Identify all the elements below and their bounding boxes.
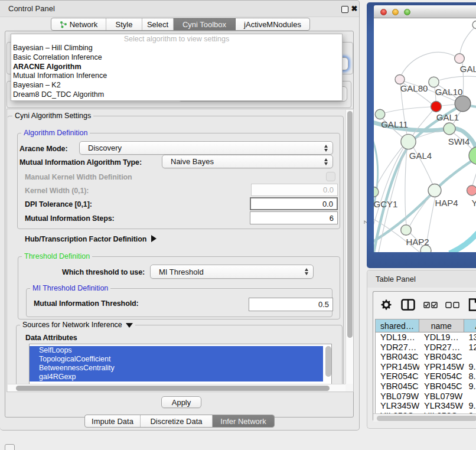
bottom-tab-infer-network[interactable]: Infer Network bbox=[213, 415, 274, 427]
tab-cyni-toolbox[interactable]: Cyni Toolbox bbox=[174, 18, 236, 30]
float-window-icon[interactable] bbox=[341, 6, 348, 13]
table-row[interactable]: YBR043CYBR043C bbox=[376, 352, 476, 362]
dpi-tolerance-label: DPI Tolerance [0,1]: bbox=[25, 200, 92, 208]
table-row[interactable]: YBR045CYBR045C9. bbox=[376, 381, 476, 392]
control-panel-titlebar[interactable]: Control Panel ✖ bbox=[0, 1, 359, 17]
dpi-tolerance-field[interactable]: 0.0 bbox=[250, 197, 338, 210]
close-icon[interactable]: ✖ bbox=[350, 4, 358, 14]
bottom-tab-impute-data[interactable]: Impute Data bbox=[85, 415, 141, 427]
network-edge[interactable] bbox=[439, 76, 476, 80]
algorithm-option[interactable]: Mutual Information Inference bbox=[11, 71, 342, 81]
column-header[interactable]: A bbox=[464, 319, 476, 332]
horizontal-scrollbar-thumb[interactable] bbox=[16, 386, 330, 391]
combo-arrows-icon bbox=[324, 158, 328, 166]
apply-button[interactable]: Apply bbox=[161, 396, 201, 408]
algorithm-option[interactable]: Bayesian – Hill Climbing bbox=[11, 44, 342, 53]
table-row[interactable]: YDL19…YDL19…13 bbox=[376, 332, 476, 343]
tab-style[interactable]: Style bbox=[106, 18, 142, 30]
network-node-gal11[interactable] bbox=[375, 109, 385, 119]
deselect-all-checkboxes-icon[interactable] bbox=[445, 302, 460, 308]
kernel-width-field[interactable]: 0.0 bbox=[251, 184, 338, 196]
column-header[interactable]: name bbox=[419, 319, 464, 332]
close-window-icon[interactable] bbox=[380, 9, 387, 15]
table-panel-window: Table Panel bbox=[367, 270, 476, 429]
table-cell: YDL19… bbox=[419, 332, 464, 343]
table-hscrollbar-thumb[interactable] bbox=[377, 416, 476, 421]
table-cell: YBR043C bbox=[419, 352, 464, 362]
new-file-icon[interactable] bbox=[468, 298, 476, 311]
network-node-gal10[interactable] bbox=[429, 77, 439, 87]
table-row[interactable]: YDR27…YDR27…12 bbox=[376, 343, 476, 353]
network-edge[interactable] bbox=[385, 107, 431, 113]
mi-type-combobox[interactable]: Naive Bayes bbox=[162, 155, 333, 168]
tab-select[interactable]: Select bbox=[142, 18, 174, 30]
network-edge[interactable] bbox=[460, 28, 474, 53]
network-edge[interactable] bbox=[441, 105, 455, 106]
split-view-icon[interactable] bbox=[401, 299, 415, 311]
hidden-panel-icon[interactable] bbox=[5, 444, 15, 450]
table-row[interactable]: YBL079WYBL079W bbox=[376, 392, 476, 402]
vertical-scrollbar-thumb[interactable] bbox=[347, 111, 353, 338]
node-table[interactable]: shared…nameA YDL19…YDL19…13YDR27…YDR27…1… bbox=[375, 319, 476, 415]
horizontal-scrollbar-track[interactable] bbox=[8, 384, 345, 392]
tab-label: Style bbox=[116, 20, 133, 29]
select-all-checkboxes-icon[interactable] bbox=[423, 302, 438, 308]
tab-label: jActiveMNodules bbox=[244, 20, 301, 29]
control-panel-title: Control Panel bbox=[8, 1, 55, 17]
network-window-titlebar[interactable] bbox=[374, 5, 476, 18]
bottom-tab-bar: Impute DataDiscretize DataInfer Network bbox=[84, 415, 275, 428]
network-node-gal4[interactable] bbox=[401, 134, 416, 149]
gear-icon[interactable] bbox=[381, 299, 392, 310]
table-row[interactable]: YPR145WYPR145W9. bbox=[376, 362, 476, 372]
algorithm-option[interactable]: Dream8 DC_TDC Algorithm bbox=[11, 90, 342, 100]
table-cell: YBL079W bbox=[376, 392, 419, 402]
table-row[interactable]: YLR345WYLR345W9. bbox=[376, 401, 476, 411]
network-canvas[interactable]: GAL2GAL80GAL10GAL1GAL11SWI4GAL4GCY1HAP4Y… bbox=[374, 18, 476, 252]
attribute-item[interactable]: BetweennessCentrality bbox=[30, 364, 323, 373]
algorithm-option[interactable]: Basic Correlation Inference bbox=[11, 53, 342, 63]
sources-expander[interactable]: Sources for Network Inference bbox=[20, 321, 135, 329]
network-node-gal2[interactable] bbox=[455, 54, 465, 64]
attribute-item[interactable]: TopologicalCoefficient bbox=[30, 355, 323, 364]
minimize-window-icon[interactable] bbox=[392, 9, 399, 15]
expander-arrow-icon bbox=[151, 235, 157, 242]
network-node-gcy1[interactable] bbox=[374, 187, 379, 197]
network-edge[interactable] bbox=[449, 229, 476, 252]
network-node-swi4[interactable] bbox=[444, 123, 455, 135]
list-scrollbar-thumb[interactable] bbox=[325, 346, 331, 377]
mi-type-value: Naive Bayes bbox=[162, 157, 214, 166]
table-row[interactable]: YER054CYER054C8. bbox=[376, 371, 476, 381]
control-panel-tab-bar: NetworkStyleSelectCyni ToolboxjActiveMNo… bbox=[51, 18, 310, 31]
algorithm-option[interactable]: Bayesian – K2 bbox=[11, 81, 342, 90]
attribute-item[interactable]: SelfLoops bbox=[30, 346, 323, 355]
hub-definition-expander[interactable]: Hub/Transcription Factor Definition bbox=[25, 235, 157, 243]
mi-threshold-field[interactable]: 0.5 bbox=[249, 298, 333, 311]
network-node-salmon[interactable] bbox=[467, 185, 476, 195]
table-panel-title: Table Panel bbox=[376, 270, 416, 288]
tab-jactivemnodules[interactable]: jActiveMNodules bbox=[236, 18, 309, 30]
network-graph: GAL2GAL80GAL10GAL1GAL11SWI4GAL4GCY1HAP4Y… bbox=[374, 18, 476, 252]
table-hscrollbar-track[interactable] bbox=[373, 413, 476, 422]
zoom-window-icon[interactable] bbox=[404, 9, 410, 15]
network-edge[interactable] bbox=[472, 164, 476, 185]
network-edge[interactable] bbox=[402, 52, 455, 74]
bottom-tab-discretize-data[interactable]: Discretize Data bbox=[141, 415, 213, 427]
mi-steps-field[interactable]: 6 bbox=[250, 211, 338, 224]
network-node-hap4[interactable] bbox=[428, 184, 441, 197]
network-node-gal1[interactable] bbox=[431, 102, 442, 112]
network-node-white-top[interactable] bbox=[472, 21, 476, 29]
tab-network[interactable]: Network bbox=[51, 18, 106, 30]
manual-kernel-checkbox[interactable] bbox=[326, 172, 335, 181]
table-cell: YBR045C bbox=[376, 381, 419, 392]
aracne-mode-combobox[interactable]: Discovery bbox=[79, 141, 333, 155]
table-panel-titlebar[interactable]: Table Panel bbox=[367, 270, 476, 288]
network-node-gray-hub[interactable] bbox=[455, 96, 471, 112]
vertical-scrollbar-track[interactable] bbox=[345, 110, 353, 384]
column-header[interactable]: shared… bbox=[376, 319, 419, 332]
algorithm-option[interactable]: ARACNE Algorithm bbox=[11, 63, 342, 72]
network-node-hap2[interactable] bbox=[401, 225, 412, 236]
attribute-item[interactable]: gal4RGexp bbox=[30, 373, 323, 381]
which-threshold-combobox[interactable]: MI Threshold bbox=[150, 265, 314, 279]
data-attributes-list[interactable]: SelfLoopsTopologicalCoefficientBetweenne… bbox=[29, 344, 332, 384]
network-edge[interactable] bbox=[405, 149, 407, 225]
